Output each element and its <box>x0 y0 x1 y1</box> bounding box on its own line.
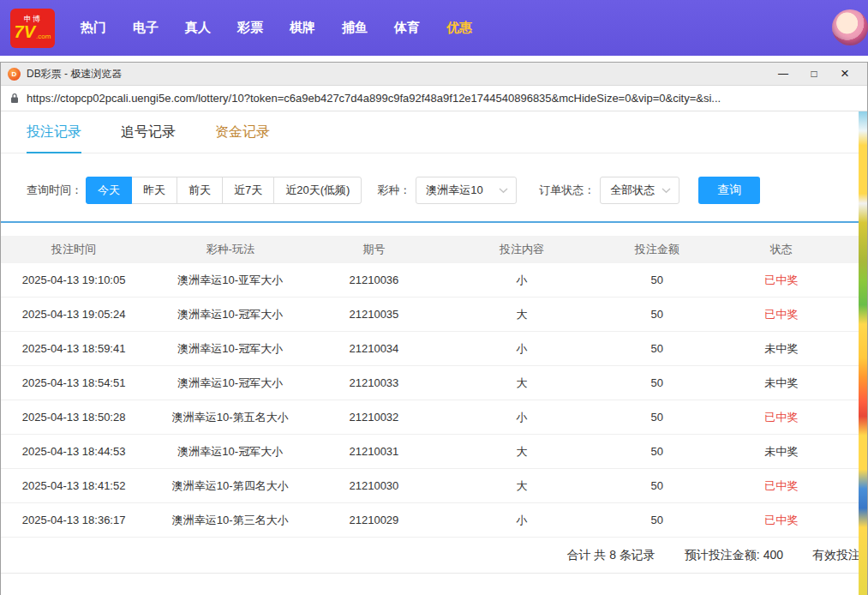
table-row: 2025-04-13 19:05:24澳洲幸运10-冠军大小21210035大5… <box>1 298 859 332</box>
bet-amount: 50 <box>610 342 704 355</box>
column-header-6: 状态 <box>704 242 859 257</box>
issue-number: 21210036 <box>314 273 434 286</box>
game-play: 澳洲幸运10-冠军大小 <box>147 444 314 460</box>
nav-item-3[interactable]: 真人 <box>185 20 211 36</box>
site-favicon-icon: D <box>8 68 21 81</box>
bet-time: 2025-04-13 18:44:53 <box>1 445 147 458</box>
column-header-4: 投注内容 <box>434 242 609 257</box>
column-header-1: 投注时间 <box>1 242 147 257</box>
window-controls: — □ × <box>768 63 860 86</box>
game-play: 澳洲幸运10-冠军大小 <box>147 341 314 357</box>
expected-bet-amount: 预计投注金额: 400 <box>685 548 783 563</box>
logo-brand-text: 7V <box>15 23 35 40</box>
issue-number: 21210030 <box>314 479 434 492</box>
game-play: 澳洲幸运10-第四名大小 <box>147 478 314 494</box>
address-bar[interactable]: https://ctopcp02pcali.uengi5e.com/lotter… <box>1 86 867 111</box>
bet-status: 未中奖 <box>704 444 859 460</box>
bet-amount: 50 <box>610 411 704 424</box>
records-panel: 投注记录追号记录资金记录 查询时间： 今天昨天前天近7天近20天(低频) 彩种：… <box>1 111 859 595</box>
main-nav: 热门电子真人彩票棋牌捕鱼体育优惠 <box>81 20 472 36</box>
nav-item-1[interactable]: 热门 <box>81 20 106 36</box>
game-play: 澳洲幸运10-亚军大小 <box>147 273 314 288</box>
bet-content: 大 <box>434 307 609 322</box>
window-title: DB彩票 - 极速浏览器 <box>27 67 122 81</box>
bet-status: 已中奖 <box>704 273 859 288</box>
bet-content: 小 <box>434 341 609 357</box>
bet-amount: 50 <box>610 514 704 526</box>
issue-number: 21210035 <box>314 308 434 321</box>
time-filter-3[interactable]: 前天 <box>177 177 223 204</box>
bet-amount: 50 <box>610 273 704 286</box>
bet-time: 2025-04-13 18:54:51 <box>1 376 147 389</box>
bet-content: 大 <box>434 444 609 460</box>
time-filter-5[interactable]: 近20天(低频) <box>273 177 362 204</box>
issue-number: 21210029 <box>314 514 434 526</box>
time-filter-4[interactable]: 近7天 <box>222 177 274 204</box>
bet-amount: 50 <box>610 376 704 389</box>
order-status-select[interactable]: 全部状态 <box>600 177 679 204</box>
browser-title-bar[interactable]: D DB彩票 - 极速浏览器 — □ × <box>1 63 867 86</box>
site-header: 申博 7V .com 热门电子真人彩票棋牌捕鱼体育优惠 <box>0 0 868 56</box>
table-row: 2025-04-13 19:10:05澳洲幸运10-亚军大小21210036小5… <box>1 263 859 298</box>
user-avatar[interactable] <box>832 9 868 45</box>
tab-1[interactable]: 投注记录 <box>27 111 81 153</box>
close-button[interactable]: × <box>829 63 860 86</box>
valid-bet-amount: 有效投注金额 <box>812 548 859 563</box>
time-filter-1[interactable]: 今天 <box>86 177 132 204</box>
records-tabs: 投注记录追号记录资金记录 <box>1 111 859 153</box>
bet-status: 未中奖 <box>704 341 859 357</box>
bet-content: 小 <box>434 513 609 528</box>
nav-item-2[interactable]: 电子 <box>133 20 159 36</box>
query-button[interactable]: 查询 <box>698 177 760 204</box>
url-text[interactable]: https://ctopcp02pcali.uengi5e.com/lotter… <box>27 92 721 105</box>
bet-time: 2025-04-13 18:41:52 <box>1 479 147 492</box>
table-row: 2025-04-13 18:59:41澳洲幸运10-冠军大小21210034小5… <box>1 332 859 366</box>
bet-content: 小 <box>434 273 609 288</box>
nav-item-4[interactable]: 彩票 <box>237 20 263 36</box>
nav-item-7[interactable]: 体育 <box>394 20 420 36</box>
logo-suffix-text: .com <box>36 33 51 40</box>
chevron-down-icon <box>661 188 671 194</box>
chevron-down-icon <box>499 188 508 194</box>
table-header-row: 投注时间彩种-玩法期号投注内容投注金额状态 <box>1 236 859 263</box>
game-play: 澳洲幸运10-第三名大小 <box>147 513 314 528</box>
order-status-value: 全部状态 <box>610 183 655 198</box>
bet-amount: 50 <box>610 308 704 321</box>
minimize-button[interactable]: — <box>768 63 799 86</box>
lottery-select-value: 澳洲幸运10 <box>426 183 482 198</box>
table-body: 2025-04-13 19:10:05澳洲幸运10-亚军大小21210036小5… <box>1 263 859 538</box>
filter-bar: 查询时间： 今天昨天前天近7天近20天(低频) 彩种： 澳洲幸运10 订单状态：… <box>1 153 859 223</box>
nav-item-8[interactable]: 优惠 <box>446 20 472 36</box>
summary-bar: 合计 共 8 条记录 预计投注金额: 400 有效投注金额 <box>1 538 859 574</box>
bet-time: 2025-04-13 18:50:28 <box>1 411 147 424</box>
column-header-5: 投注金额 <box>610 242 704 257</box>
bet-content: 大 <box>434 478 609 494</box>
background-page-strip <box>859 111 867 595</box>
nav-item-6[interactable]: 捕鱼 <box>342 20 368 36</box>
bet-status: 已中奖 <box>704 410 859 425</box>
bet-amount: 50 <box>610 445 704 458</box>
bet-time: 2025-04-13 19:10:05 <box>1 273 147 286</box>
bet-content: 大 <box>434 376 609 391</box>
maximize-button[interactable]: □ <box>799 63 829 86</box>
issue-number: 21210033 <box>314 376 434 389</box>
tab-2[interactable]: 追号记录 <box>121 111 176 153</box>
bet-time: 2025-04-13 18:59:41 <box>1 342 147 355</box>
tab-3[interactable]: 资金记录 <box>215 111 270 153</box>
total-records: 合计 共 8 条记录 <box>566 548 655 563</box>
lottery-select[interactable]: 澳洲幸运10 <box>416 177 517 204</box>
table-row: 2025-04-13 18:44:53澳洲幸运10-冠军大小21210031大5… <box>1 435 859 469</box>
issue-number: 21210031 <box>314 445 434 458</box>
time-filter-group: 今天昨天前天近7天近20天(低频) <box>86 177 362 204</box>
game-play: 澳洲幸运10-第五名大小 <box>147 410 314 425</box>
table-row: 2025-04-13 18:54:51澳洲幸运10-冠军大小21210033大5… <box>1 366 859 400</box>
game-play: 澳洲幸运10-冠军大小 <box>147 376 314 391</box>
site-logo[interactable]: 申博 7V .com <box>10 9 55 48</box>
bet-amount: 50 <box>610 479 704 492</box>
lottery-filter-label: 彩种： <box>377 183 410 198</box>
nav-item-5[interactable]: 棋牌 <box>290 20 315 36</box>
bet-content: 小 <box>434 410 609 425</box>
bet-status: 已中奖 <box>704 478 859 494</box>
table-row: 2025-04-13 18:50:28澳洲幸运10-第五名大小21210032小… <box>1 400 859 435</box>
time-filter-2[interactable]: 昨天 <box>131 177 177 204</box>
